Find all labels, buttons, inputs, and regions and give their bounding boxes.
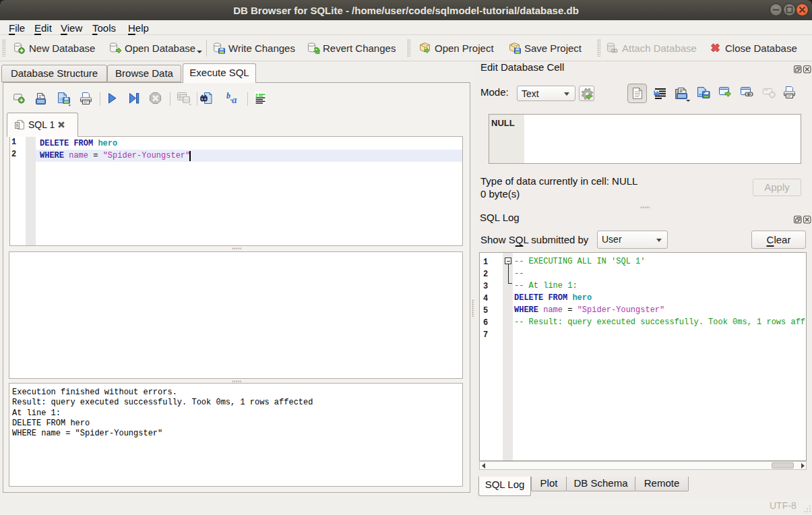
svg-text:b: b bbox=[226, 92, 230, 100]
svg-text:a: a bbox=[232, 94, 237, 105]
